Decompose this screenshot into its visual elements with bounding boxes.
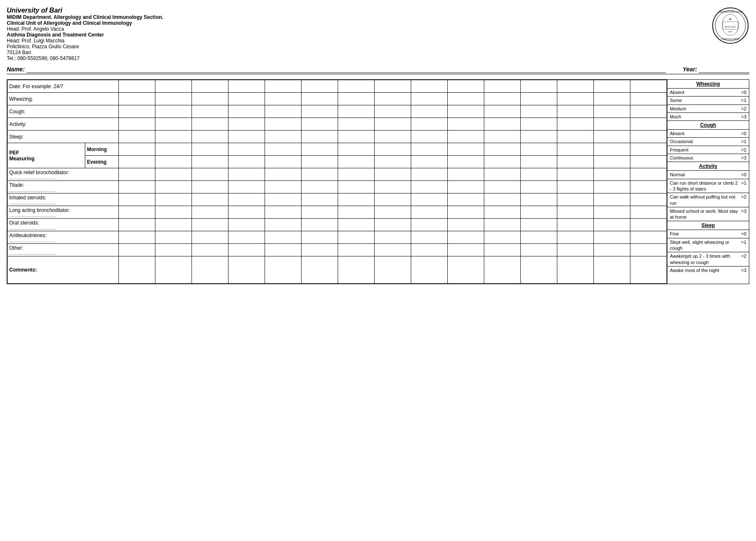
comments-col-11[interactable] [484, 256, 520, 284]
pef-evening-col-12[interactable] [520, 156, 557, 168]
activity-col-2[interactable] [155, 118, 192, 131]
other-col-5[interactable] [265, 244, 301, 256]
oral-col-2[interactable] [155, 219, 192, 231]
date-col-4[interactable] [228, 80, 265, 93]
cough-col-12[interactable] [520, 105, 557, 118]
wheezing-col-3[interactable] [192, 93, 228, 105]
wheezing-col-4[interactable] [228, 93, 265, 105]
inh-col-10[interactable] [447, 193, 484, 206]
oral-col-14[interactable] [593, 219, 630, 231]
qr-col-2[interactable] [155, 168, 192, 181]
pef-morning-col-8[interactable] [374, 143, 411, 156]
til-col-5[interactable] [265, 181, 301, 193]
date-col-14[interactable] [593, 80, 630, 93]
pef-evening-col-7[interactable] [338, 156, 374, 168]
comments-col-10[interactable] [447, 256, 484, 284]
comments-col-2[interactable] [155, 256, 192, 284]
inh-col-5[interactable] [265, 193, 301, 206]
qr-col-4[interactable] [228, 168, 265, 181]
qr-col-5[interactable] [265, 168, 301, 181]
qr-col-7[interactable] [338, 168, 374, 181]
other-col-12[interactable] [520, 244, 557, 256]
cough-col-14[interactable] [593, 105, 630, 118]
qr-col-6[interactable] [301, 168, 338, 181]
la-col-4[interactable] [228, 206, 265, 219]
cough-col-1[interactable] [119, 105, 155, 118]
date-col-5[interactable] [265, 80, 301, 93]
pef-morning-col-14[interactable] [593, 143, 630, 156]
til-col-8[interactable] [374, 181, 411, 193]
date-col-10[interactable] [447, 80, 484, 93]
til-col-2[interactable] [155, 181, 192, 193]
la-col-9[interactable] [411, 206, 447, 219]
pef-evening-col-15[interactable] [630, 156, 667, 168]
other-col-14[interactable] [593, 244, 630, 256]
pef-morning-col-9[interactable] [411, 143, 447, 156]
sleep-col-3[interactable] [192, 131, 228, 143]
la-col-12[interactable] [520, 206, 557, 219]
oral-col-1[interactable] [119, 219, 155, 231]
sleep-col-9[interactable] [411, 131, 447, 143]
qr-col-11[interactable] [484, 168, 520, 181]
la-col-5[interactable] [265, 206, 301, 219]
inh-col-12[interactable] [520, 193, 557, 206]
wheezing-col-8[interactable] [374, 93, 411, 105]
comments-col-3[interactable] [192, 256, 228, 284]
activity-col-4[interactable] [228, 118, 265, 131]
oral-col-11[interactable] [484, 219, 520, 231]
inh-col-8[interactable] [374, 193, 411, 206]
sleep-col-10[interactable] [447, 131, 484, 143]
oral-col-10[interactable] [447, 219, 484, 231]
anti-col-4[interactable] [228, 231, 265, 244]
activity-col-7[interactable] [338, 118, 374, 131]
comments-col-9[interactable] [411, 256, 447, 284]
wheezing-col-11[interactable] [484, 93, 520, 105]
til-col-14[interactable] [593, 181, 630, 193]
qr-col-14[interactable] [593, 168, 630, 181]
date-col-8[interactable] [374, 80, 411, 93]
oral-col-3[interactable] [192, 219, 228, 231]
qr-col-3[interactable] [192, 168, 228, 181]
qr-col-15[interactable] [630, 168, 667, 181]
oral-col-5[interactable] [265, 219, 301, 231]
pef-morning-col-2[interactable] [155, 143, 192, 156]
pef-evening-col-13[interactable] [557, 156, 593, 168]
comments-col-7[interactable] [338, 256, 374, 284]
pef-evening-col-4[interactable] [228, 156, 265, 168]
anti-col-8[interactable] [374, 231, 411, 244]
pef-evening-col-14[interactable] [593, 156, 630, 168]
comments-col-15[interactable] [630, 256, 667, 284]
cough-col-5[interactable] [265, 105, 301, 118]
cough-col-13[interactable] [557, 105, 593, 118]
comments-col-1[interactable] [119, 256, 155, 284]
wheezing-col-9[interactable] [411, 93, 447, 105]
inh-col-11[interactable] [484, 193, 520, 206]
comments-col-13[interactable] [557, 256, 593, 284]
til-col-4[interactable] [228, 181, 265, 193]
pef-evening-col-6[interactable] [301, 156, 338, 168]
cough-col-10[interactable] [447, 105, 484, 118]
other-col-7[interactable] [338, 244, 374, 256]
sleep-col-5[interactable] [265, 131, 301, 143]
til-col-10[interactable] [447, 181, 484, 193]
inh-col-6[interactable] [301, 193, 338, 206]
cough-col-3[interactable] [192, 105, 228, 118]
comments-col-4[interactable] [228, 256, 265, 284]
pef-morning-col-5[interactable] [265, 143, 301, 156]
qr-col-9[interactable] [411, 168, 447, 181]
pef-evening-col-3[interactable] [192, 156, 228, 168]
date-col-13[interactable] [557, 80, 593, 93]
pef-evening-col-2[interactable] [155, 156, 192, 168]
date-col-9[interactable] [411, 80, 447, 93]
anti-col-11[interactable] [484, 231, 520, 244]
til-col-13[interactable] [557, 181, 593, 193]
la-col-15[interactable] [630, 206, 667, 219]
date-col-7[interactable] [338, 80, 374, 93]
name-input-line[interactable] [26, 65, 666, 73]
other-col-3[interactable] [192, 244, 228, 256]
activity-col-8[interactable] [374, 118, 411, 131]
inh-col-15[interactable] [630, 193, 667, 206]
oral-col-13[interactable] [557, 219, 593, 231]
qr-col-1[interactable] [119, 168, 155, 181]
sleep-col-8[interactable] [374, 131, 411, 143]
